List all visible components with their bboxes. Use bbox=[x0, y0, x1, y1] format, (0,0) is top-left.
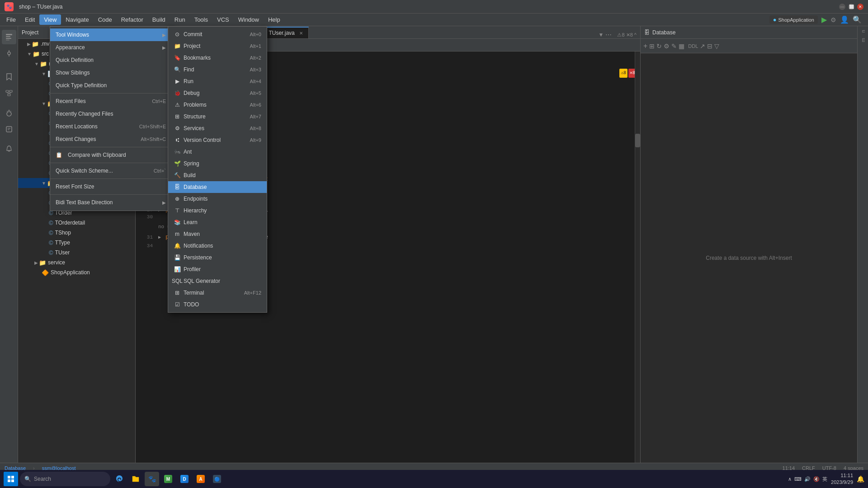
search-everywhere-icon[interactable]: 🔍 bbox=[853, 15, 862, 24]
db-view-button[interactable]: ⊟ bbox=[707, 42, 712, 50]
tree-item-shopapplication[interactable]: 🔶 ShopApplication bbox=[18, 267, 135, 277]
db-copy-button[interactable]: ⊞ bbox=[649, 42, 655, 50]
db-add-button[interactable]: + bbox=[643, 42, 647, 50]
view-menu-quick-type-definition[interactable]: Quick Type Definition bbox=[50, 79, 171, 92]
menu-window[interactable]: Window bbox=[234, 14, 264, 25]
tw-spring[interactable]: 🌱 Spring bbox=[168, 158, 267, 169]
tw-notifications[interactable]: 🔔 Notifications bbox=[168, 240, 267, 252]
menu-help[interactable]: Help bbox=[264, 14, 285, 25]
view-menu-recent-locations[interactable]: Recent Locations Ctrl+Shift+E bbox=[50, 120, 171, 133]
taskbar-search[interactable]: 🔍Search bbox=[20, 472, 110, 486]
tw-structure[interactable]: ⊞ Structure Alt+7 bbox=[168, 111, 267, 122]
tw-todo[interactable]: ☑ TODO bbox=[168, 299, 267, 310]
minimize-button[interactable]: — bbox=[839, 4, 845, 10]
tree-item-ttype[interactable]: © TType bbox=[18, 238, 135, 248]
db-filter-button[interactable]: ▽ bbox=[714, 42, 719, 50]
scrollbar-thumb[interactable] bbox=[635, 134, 640, 147]
tw-run[interactable]: ▶ Run Alt+4 bbox=[168, 75, 267, 87]
tw-learn[interactable]: 📚 Learn bbox=[168, 216, 267, 228]
far-right-notification[interactable]: n bbox=[859, 28, 867, 34]
tw-commit[interactable]: ⊙ Commit Alt+0 bbox=[168, 28, 267, 40]
tree-item-tuser[interactable]: © TUser bbox=[18, 248, 135, 258]
tw-bookmarks[interactable]: 🔖 Bookmarks Alt+2 bbox=[168, 52, 267, 64]
menu-code[interactable]: Code bbox=[94, 14, 117, 25]
taskbar-app4[interactable]: 🔵 bbox=[210, 472, 224, 486]
tree-item-service[interactable]: ▶ 📁 service bbox=[18, 258, 135, 267]
db-refresh-button[interactable]: ↻ bbox=[656, 42, 662, 50]
taskbar-start[interactable] bbox=[4, 472, 18, 486]
view-menu-quick-definition[interactable]: Quick Definition bbox=[50, 54, 171, 66]
tw-problems[interactable]: ⚠ Problems Alt+6 bbox=[168, 99, 267, 111]
view-menu-tool-windows[interactable]: Tool Windows ▶ bbox=[50, 28, 171, 41]
tree-item-torderdetail[interactable]: © TOrderdetail bbox=[18, 218, 135, 228]
tray-lang-icon[interactable]: ⌨ bbox=[794, 476, 802, 482]
view-menu-recent-changes[interactable]: Recent Changes Alt+Shift+C bbox=[50, 133, 171, 145]
fold-arrow-3[interactable]: ▶ bbox=[158, 233, 165, 242]
sidebar-bookmarks-icon[interactable] bbox=[2, 70, 16, 84]
sidebar-structure-icon[interactable] bbox=[2, 86, 16, 100]
menu-navigate[interactable]: Navigate bbox=[61, 14, 93, 25]
taskbar-app1[interactable]: M bbox=[161, 472, 175, 486]
tray-mute-icon[interactable]: 🔇 bbox=[813, 476, 820, 482]
user-icon[interactable]: 👤 bbox=[840, 15, 849, 24]
sidebar-notifications-icon[interactable] bbox=[2, 142, 16, 156]
view-menu-recent-files[interactable]: Recent Files Ctrl+E bbox=[50, 95, 171, 108]
view-menu-quick-switch-scheme[interactable]: Quick Switch Scheme... Ctrl+` bbox=[50, 164, 171, 177]
tw-sql-generator[interactable]: SQL SQL Generator bbox=[168, 275, 267, 287]
tw-hierarchy[interactable]: ⊤ Hierarchy bbox=[168, 205, 267, 216]
tw-profiler[interactable]: 📊 Profiler bbox=[168, 263, 267, 275]
tw-endpoints[interactable]: ⊕ Endpoints bbox=[168, 193, 267, 205]
taskbar-intellij[interactable]: 🐾 bbox=[145, 472, 159, 486]
view-menu-show-siblings[interactable]: Show Siblings bbox=[50, 66, 171, 79]
menu-refactor[interactable]: Refactor bbox=[117, 14, 148, 25]
taskbar-system-tray[interactable]: ∧ ⌨ 🔊 🔇 英 bbox=[788, 476, 827, 483]
taskbar-notifications-icon[interactable]: 🔔 bbox=[857, 475, 864, 483]
tw-persistence[interactable]: 💾 Persistence bbox=[168, 252, 267, 263]
tw-build[interactable]: 🔨 Build bbox=[168, 169, 267, 181]
menu-view[interactable]: View bbox=[39, 14, 61, 25]
taskbar-explorer[interactable] bbox=[128, 472, 143, 486]
db-export-button[interactable]: ↗ bbox=[700, 42, 705, 50]
taskbar-clock[interactable]: 11:11 2023/9/29 bbox=[831, 472, 853, 486]
tw-debug[interactable]: 🐞 Debug Alt+5 bbox=[168, 87, 267, 99]
maximize-button[interactable]: ⬜ bbox=[848, 4, 854, 10]
taskbar-app2[interactable]: D bbox=[177, 472, 192, 486]
sidebar-project-icon[interactable] bbox=[2, 30, 16, 44]
run-config[interactable]: ● ShopApplication bbox=[769, 15, 818, 24]
tw-find[interactable]: 🔍 Find Alt+3 bbox=[168, 64, 267, 75]
scrollbar-track[interactable] bbox=[635, 52, 640, 463]
tw-database[interactable]: 🗄 Database bbox=[168, 181, 267, 193]
taskbar-edge[interactable] bbox=[112, 472, 127, 486]
tray-lang-label[interactable]: 英 bbox=[822, 476, 827, 483]
menu-tools[interactable]: Tools bbox=[190, 14, 212, 25]
tw-ant[interactable]: 🐜 Ant bbox=[168, 146, 267, 158]
tab-settings-icon[interactable]: ⋯ bbox=[605, 31, 612, 38]
tray-up-arrow[interactable]: ∧ bbox=[788, 476, 792, 482]
tab-close-icon[interactable]: ✕ bbox=[299, 31, 303, 36]
view-menu-compare-clipboard[interactable]: 📋 Compare with Clipboard bbox=[50, 149, 171, 161]
view-menu-bidi-text[interactable]: Bidi Text Base Direction ▶ bbox=[50, 196, 171, 209]
menu-run[interactable]: Run bbox=[170, 14, 190, 25]
menu-edit[interactable]: Edit bbox=[20, 14, 39, 25]
view-menu-recently-changed-files[interactable]: Recently Changed Files bbox=[50, 108, 171, 120]
tw-version-control[interactable]: ⑆ Version Control Alt+9 bbox=[168, 134, 267, 146]
close-button[interactable]: ✕ bbox=[857, 4, 863, 10]
tw-terminal[interactable]: ⊞ Terminal Alt+F12 bbox=[168, 287, 267, 299]
db-settings-button[interactable]: ⚙ bbox=[664, 42, 670, 50]
sidebar-todo-icon[interactable] bbox=[2, 122, 16, 136]
db-table-button[interactable]: ▦ bbox=[679, 42, 684, 50]
tab-more-icon[interactable]: ▼ bbox=[599, 32, 604, 38]
tray-volume-icon[interactable]: 🔊 bbox=[804, 476, 811, 482]
settings-button[interactable]: ⚙ bbox=[830, 16, 836, 23]
sidebar-debug-icon[interactable] bbox=[2, 106, 16, 120]
run-button[interactable]: ▶ bbox=[821, 15, 827, 24]
tw-project[interactable]: 📁 Project Alt+1 bbox=[168, 40, 267, 52]
tw-maven[interactable]: m Maven bbox=[168, 228, 267, 240]
view-menu-reset-font-size[interactable]: Reset Font Size bbox=[50, 180, 171, 193]
view-menu-appearance[interactable]: Appearance ▶ bbox=[50, 41, 171, 54]
tree-item-tshop[interactable]: © TShop bbox=[18, 228, 135, 238]
far-right-m[interactable]: m bbox=[859, 36, 867, 44]
db-edit-button[interactable]: ✎ bbox=[671, 42, 677, 50]
sidebar-commit-icon[interactable] bbox=[2, 46, 16, 61]
menu-vcs[interactable]: VCS bbox=[212, 14, 234, 25]
